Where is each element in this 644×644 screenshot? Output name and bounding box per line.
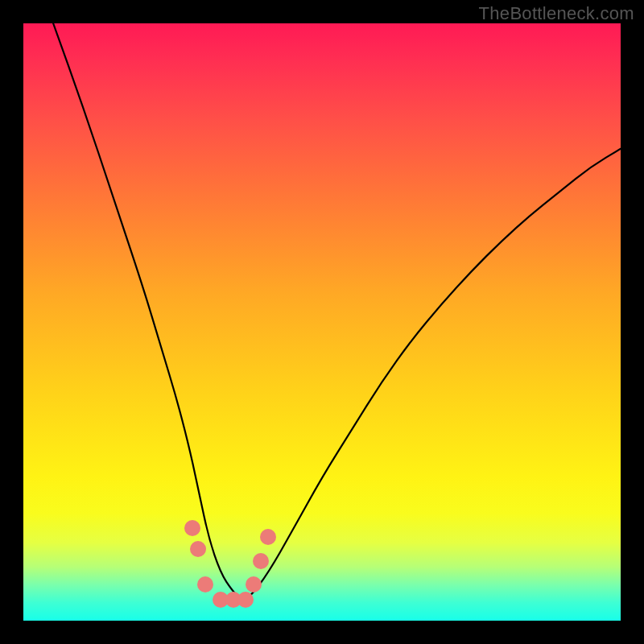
curve-marker <box>190 541 206 557</box>
chart-container: TheBottleneck.com <box>0 0 644 644</box>
curve-marker <box>260 529 276 545</box>
plot-area <box>23 23 621 621</box>
curve-marker <box>237 592 254 608</box>
curve-marker <box>197 576 213 592</box>
curve-marker <box>246 576 262 592</box>
marker-layer <box>23 23 621 621</box>
watermark-label: TheBottleneck.com <box>479 3 634 24</box>
curve-marker <box>253 553 269 569</box>
curve-marker <box>184 520 200 536</box>
